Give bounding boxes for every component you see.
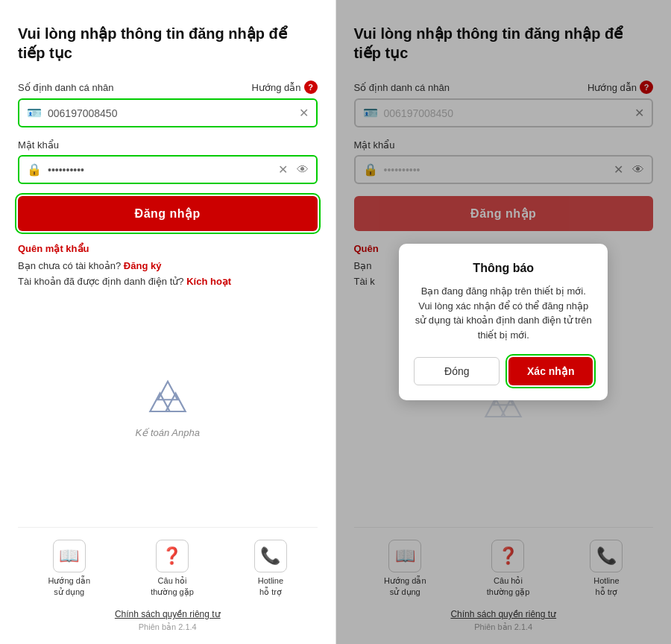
cau-hoi-icon-item-left[interactable]: ❓ Câu hỏithường gặp — [151, 540, 194, 597]
pw-label-left: Mật khẩu — [18, 139, 59, 151]
logo-text-left: Kế toán Anpha — [136, 427, 200, 438]
modal-overlay: Thông báo Bạn đang đăng nhập trên thiết … — [336, 0, 672, 644]
left-title: Vui lòng nhập thông tin đăng nhập để tiế… — [18, 24, 318, 63]
login-button-left[interactable]: Đăng nhập — [18, 196, 318, 231]
quen-mat-khau-left[interactable]: Quên mật khẩu — [18, 243, 318, 254]
sdn-label-row: Số định danh cá nhân Hướng dẫn ? — [18, 80, 318, 94]
hotline-icon-item-left[interactable]: 📞 Hotlinehỗ trợ — [254, 540, 287, 597]
privacy-left[interactable]: Chính sách quyền riêng tư — [18, 609, 318, 619]
lock-icon-left: 🔒 — [27, 162, 42, 177]
pw-label-row-left: Mật khẩu — [18, 139, 318, 151]
huong-dan-label-left: Hướng dẫn — [252, 82, 301, 93]
modal-box: Thông báo Bạn đang đăng nhập trên thiết … — [399, 244, 608, 400]
sdn-label: Số định danh cá nhân — [18, 82, 113, 93]
modal-body: Bạn đang đăng nhập trên thiết bị mới. Vu… — [414, 284, 593, 342]
sdn-input-left[interactable] — [48, 107, 293, 119]
version-left: Phiên bản 2.1.4 — [18, 622, 318, 632]
pw-clear-left[interactable]: ✕ — [278, 162, 288, 177]
modal-buttons: Đóng Xác nhận — [414, 357, 593, 385]
chua-co-tk-left: Bạn chưa có tài khoản? Đăng ký — [18, 260, 318, 271]
dang-ky-link-left[interactable]: Đăng ký — [124, 260, 162, 271]
hotline-label-left: Hotlinehỗ trợ — [258, 575, 283, 597]
kich-hoat-link-left[interactable]: Kích hoạt — [186, 276, 231, 287]
dong-button[interactable]: Đóng — [414, 357, 500, 385]
phone-icon-left: 📞 — [254, 540, 287, 572]
da-dinh-danh-left: Tài khoản đã được định danh điện tử? Kíc… — [18, 276, 318, 287]
xacnhan-button[interactable]: Xác nhận — [508, 357, 593, 385]
book-icon-left: 📖 — [53, 540, 86, 572]
huong-dan-left[interactable]: Hướng dẫn ? — [252, 80, 318, 94]
huong-dan-icon-left: ? — [304, 80, 318, 94]
huong-dan-label-bottom-left: Hướng dẫnsử dụng — [48, 575, 90, 597]
sdn-clear-left[interactable]: ✕ — [299, 106, 309, 120]
svg-marker-0 — [158, 381, 177, 400]
question-icon-left: ❓ — [156, 540, 189, 572]
pw-input-wrapper-left[interactable]: 🔒 ✕ 👁 — [18, 155, 318, 184]
pw-input-left[interactable] — [48, 164, 272, 176]
left-panel: Vui lòng nhập thông tin đăng nhập để tiế… — [0, 0, 336, 644]
right-panel: Vui lòng nhập thông tin đăng nhập để tiế… — [336, 0, 672, 644]
logo-icon-left — [142, 375, 194, 427]
logo-area-left: Kế toán Anpha — [18, 291, 318, 521]
huong-dan-icon-item-left[interactable]: 📖 Hướng dẫnsử dụng — [48, 540, 90, 597]
sdn-input-wrapper-left[interactable]: 🪪 ✕ — [18, 98, 318, 127]
cau-hoi-label-left: Câu hỏithường gặp — [151, 575, 194, 597]
id-icon-left: 🪪 — [27, 106, 42, 120]
bottom-icons-left: 📖 Hướng dẫnsử dụng ❓ Câu hỏithường gặp 📞… — [18, 527, 318, 603]
modal-title: Thông báo — [414, 262, 593, 275]
pw-eye-left[interactable]: 👁 — [297, 163, 309, 177]
